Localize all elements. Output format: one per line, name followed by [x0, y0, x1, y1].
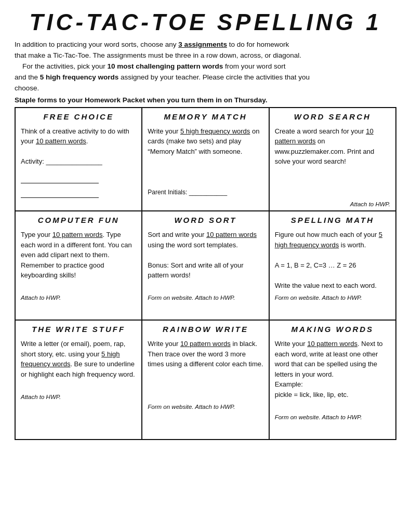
grid-row-1: FREE CHOICE Think of a creative activity… [15, 108, 396, 211]
cell-spelling-math: SPELLING MATH Figure out how much each o… [269, 211, 396, 320]
cell-header-memory-match: MEMORY MATCH [148, 112, 263, 121]
cell-header-computer-fun: COMPUTER FUN [21, 216, 136, 224]
attach-word-search: Attach to HWP. [275, 201, 390, 207]
intro-line5: choose. [15, 84, 39, 92]
cell-word-search: WORD SEARCH Create a word search for you… [269, 108, 396, 211]
cell-body-write-stuff: Write a letter (or email), poem, rap, sh… [21, 339, 136, 390]
cell-body-free-choice: Think of a creative activity to do with … [21, 126, 136, 198]
intro-line4-start: and the [15, 73, 40, 81]
intro-bold-assignments: 3 assignments [178, 41, 227, 48]
cell-body-computer-fun: Type your 10 pattern words. Type each wo… [21, 230, 136, 290]
staple-instruction: Staple forms to your Homework Packet whe… [15, 96, 396, 104]
grid-row-2: COMPUTER FUN Type your 10 pattern words.… [15, 211, 396, 320]
intro-line2: that make a Tic-Tac-Toe. The assignments… [15, 51, 301, 59]
intro-line1-end: to do for homework [227, 41, 289, 48]
cell-memory-match: MEMORY MATCH Write your 5 high frequency… [142, 108, 269, 211]
grid-row-3: THE WRITE STUFF Write a letter (or email… [15, 320, 396, 440]
intro-line4-end: assigned by your teacher. Please circle … [118, 73, 310, 81]
cell-header-word-sort: WORD SORT [148, 216, 263, 224]
attach-computer-fun: Attach to HWP. [21, 295, 136, 301]
cell-computer-fun: COMPUTER FUN Type your 10 pattern words.… [15, 211, 142, 320]
page-title: TIC-TAC-TOE SPELLING 1 [15, 9, 396, 35]
intro-line1: In addition to practicing your word sort… [15, 41, 178, 48]
intro-bold-hfw: 5 high frequency words [40, 73, 119, 81]
intro-line3-start: For the activities, pick your [15, 62, 108, 70]
cell-write-stuff: THE WRITE STUFF Write a letter (or email… [15, 320, 142, 440]
cell-header-rainbow-write: RAINBOW WRITE [148, 325, 263, 334]
cell-header-spelling-math: SPELLING MATH [275, 216, 390, 224]
attach-rainbow-write: Form on website. Attach to HWP. [148, 404, 263, 410]
cell-body-word-sort: Sort and write your 10 pattern words usi… [148, 230, 263, 290]
cell-body-word-search: Create a word search for your 10 pattern… [275, 126, 390, 197]
parent-initials: Parent Initials: ___________ [148, 189, 227, 196]
intro-line3-end: from your word sort [223, 62, 285, 70]
cell-free-choice: FREE CHOICE Think of a creative activity… [15, 108, 142, 211]
cell-header-free-choice: FREE CHOICE [21, 112, 136, 121]
cell-body-memory-match: Write your 5 high frequency words on car… [148, 126, 263, 197]
cell-header-word-search: WORD SEARCH [275, 112, 390, 121]
attach-write-stuff: Attach to HWP. [21, 394, 136, 400]
cell-rainbow-write: RAINBOW WRITE Write your 10 pattern word… [142, 320, 269, 440]
attach-making-words: Form on website. Attach to HWP. [275, 414, 390, 420]
intro-bold-pattern: 10 most challenging pattern words [108, 62, 223, 70]
intro-section: In addition to practicing your word sort… [15, 39, 396, 94]
attach-word-sort: Form on website. Attach to HWP. [148, 295, 263, 301]
tic-tac-toe-grid: FREE CHOICE Think of a creative activity… [15, 107, 396, 441]
cell-body-making-words: Write your 10 pattern words. Next to eac… [275, 339, 390, 410]
cell-making-words: MAKING WORDS Write your 10 pattern words… [269, 320, 396, 440]
cell-header-write-stuff: THE WRITE STUFF [21, 325, 136, 334]
attach-spelling-math: Form on website. Attach to HWP. [275, 295, 390, 301]
cell-body-spelling-math: Figure out how much each of your 5 high … [275, 230, 390, 290]
cell-word-sort: WORD SORT Sort and write your 10 pattern… [142, 211, 269, 320]
cell-header-making-words: MAKING WORDS [275, 325, 390, 334]
cell-body-rainbow-write: Write your 10 pattern words in black. Th… [148, 339, 263, 400]
